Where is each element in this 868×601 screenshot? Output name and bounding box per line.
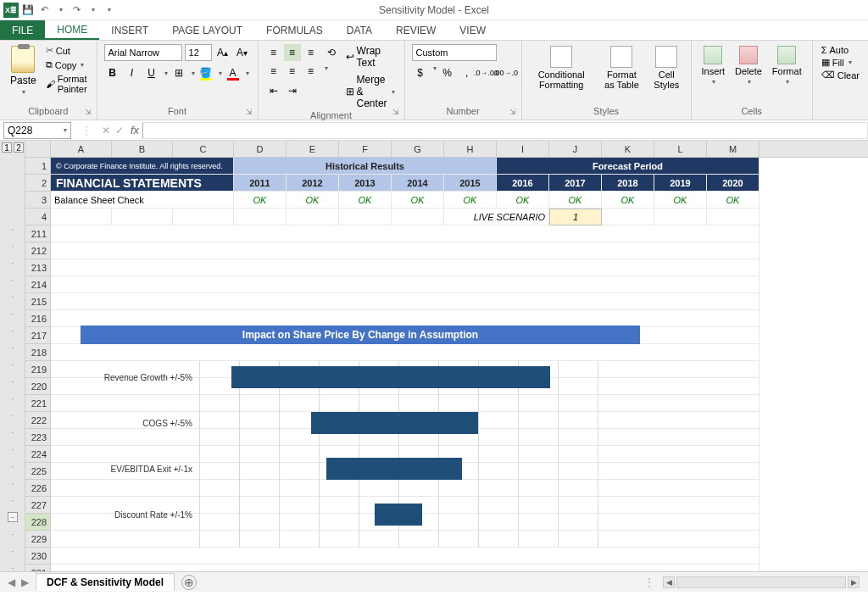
autosum-button[interactable]: Σ Auto [820, 44, 861, 56]
increase-decimal-button[interactable]: .0→.00 [478, 64, 495, 81]
align-top-button[interactable]: ≡ [265, 44, 282, 61]
col-header-K[interactable]: K [602, 141, 654, 157]
cell-fin-stmt-title[interactable]: FINANCIAL STATEMENTS [51, 175, 234, 192]
cell-ok-6[interactable]: OK [549, 192, 602, 209]
cell-scenario-label[interactable]: LIVE SCENARIO [444, 209, 549, 225]
font-name-select[interactable] [104, 44, 182, 61]
cell-ok-5[interactable]: OK [497, 192, 549, 209]
tab-formulas[interactable]: FORMULAS [254, 20, 335, 40]
formula-input[interactable] [142, 122, 868, 139]
row-header-229[interactable]: 229 [25, 531, 51, 548]
cell-year-2019[interactable]: 2019 [654, 175, 707, 192]
undo-dropdown[interactable]: ▾ [53, 3, 67, 17]
fill-button[interactable]: ▦ Fill▾ [820, 56, 861, 69]
format-cells-button[interactable]: Format▾ [769, 44, 805, 106]
insert-cells-button[interactable]: Insert▾ [698, 44, 729, 106]
cell-fcst-label[interactable]: Forecast Period [497, 158, 760, 175]
cell-ok-9[interactable]: OK [707, 192, 760, 209]
row-header-218[interactable]: 218 [25, 344, 51, 361]
decrease-indent-button[interactable]: ⇤ [265, 82, 282, 99]
fill-color-button[interactable]: 🪣 [198, 64, 214, 81]
cell-year-2018[interactable]: 2018 [602, 175, 654, 192]
number-dialog-launcher[interactable]: ⇲ [509, 108, 518, 116]
font-dialog-launcher[interactable]: ⇲ [246, 108, 254, 116]
col-header-E[interactable]: E [287, 141, 339, 157]
tab-review[interactable]: REVIEW [384, 20, 448, 40]
qat-customize[interactable]: ▾ [102, 3, 115, 17]
row-header-212[interactable]: 212 [25, 242, 51, 259]
row-header-228[interactable]: 228 [25, 514, 51, 531]
align-center-button[interactable]: ≡ [284, 63, 301, 80]
cell-year-2017[interactable]: 2017 [549, 175, 602, 192]
row-header-214[interactable]: 214 [25, 276, 51, 293]
font-size-select[interactable] [185, 44, 212, 61]
cancel-formula-button[interactable]: ✕ [102, 125, 110, 136]
increase-indent-button[interactable]: ⇥ [284, 82, 301, 99]
row-header-231[interactable]: 231 [25, 565, 51, 571]
borders-button[interactable]: ⊞ [170, 64, 187, 81]
col-header-I[interactable]: I [497, 141, 549, 157]
tab-view[interactable]: VIEW [448, 20, 498, 40]
col-header-F[interactable]: F [339, 141, 392, 157]
cell-ok-7[interactable]: OK [602, 192, 654, 209]
col-header-C[interactable]: C [173, 141, 234, 157]
row-header-220[interactable]: 220 [25, 378, 51, 395]
row-header-219[interactable]: 219 [25, 361, 51, 378]
row-header-223[interactable]: 223 [25, 429, 51, 446]
copy-button[interactable]: ⧉Copy▾ [43, 58, 90, 71]
alignment-dialog-launcher[interactable]: ⇲ [392, 108, 401, 116]
col-header-G[interactable]: G [392, 141, 444, 157]
cell-year-2016[interactable]: 2016 [497, 175, 549, 192]
format-painter-button[interactable]: 🖌Format Painter [43, 73, 90, 95]
conditional-formatting-button[interactable]: Conditional Formatting [529, 44, 594, 106]
row-header-213[interactable]: 213 [25, 259, 51, 276]
enter-formula-button[interactable]: ✓ [115, 125, 124, 136]
row-header-211[interactable]: 211 [25, 225, 51, 242]
align-left-button[interactable]: ≡ [265, 63, 282, 80]
cell-year-2014[interactable]: 2014 [392, 175, 444, 192]
cell-ok-4[interactable]: OK [444, 192, 497, 209]
align-right-button[interactable]: ≡ [303, 63, 320, 80]
decrease-font-button[interactable]: A▾ [234, 44, 251, 61]
redo-dropdown[interactable]: ▾ [86, 3, 99, 17]
cell-ok-2[interactable]: OK [339, 192, 392, 209]
align-bottom-button[interactable]: ≡ [303, 44, 320, 61]
row-header-4[interactable]: 4 [25, 209, 51, 225]
outline-level-2[interactable]: 2 [14, 142, 24, 153]
cell-copyright[interactable]: © Corporate Finance Institute. All right… [51, 158, 234, 175]
redo-button[interactable]: ↷ [70, 3, 83, 17]
orientation-button[interactable]: ⟲ [323, 44, 340, 61]
decrease-decimal-button[interactable]: .00→.0 [498, 64, 515, 81]
col-header-L[interactable]: L [654, 141, 707, 157]
row-header-3[interactable]: 3 [25, 192, 51, 209]
col-header-D[interactable]: D [234, 141, 287, 157]
row-header-230[interactable]: 230 [25, 548, 51, 565]
hscroll-track[interactable] [676, 576, 846, 588]
col-header-B[interactable]: B [112, 141, 173, 157]
row-header-224[interactable]: 224 [25, 446, 51, 463]
select-all-corner[interactable] [25, 141, 51, 157]
hscroll-right[interactable]: ▶ [848, 576, 860, 588]
cell-ok-0[interactable]: OK [234, 192, 287, 209]
row-header-221[interactable]: 221 [25, 395, 51, 412]
font-color-button[interactable]: A [225, 64, 242, 81]
cell-year-2015[interactable]: 2015 [444, 175, 497, 192]
clear-button[interactable]: ⌫ Clear [820, 69, 861, 81]
cell-bscheck-label[interactable]: Balance Sheet Check [51, 192, 234, 209]
align-middle-button[interactable]: ≡ [284, 44, 301, 61]
col-header-H[interactable]: H [444, 141, 497, 157]
wrap-text-button[interactable]: ↩Wrap Text [343, 44, 398, 70]
cut-button[interactable]: ✂Cut [43, 44, 90, 57]
tab-home[interactable]: HOME [45, 20, 99, 40]
cell-year-2011[interactable]: 2011 [234, 175, 287, 192]
cell-hist-label[interactable]: Historical Results [234, 158, 497, 175]
tab-page-layout[interactable]: PAGE LAYOUT [160, 20, 254, 40]
merge-center-button[interactable]: ⊞Merge & Center▾ [343, 73, 398, 110]
underline-button[interactable]: U [143, 64, 160, 81]
row-header-217[interactable]: 217 [25, 327, 51, 344]
row-header-216[interactable]: 216 [25, 310, 51, 327]
col-header-A[interactable]: A [51, 141, 112, 157]
cell-scenario-val[interactable]: 1 [549, 209, 602, 225]
cell-year-2020[interactable]: 2020 [707, 175, 760, 192]
paste-button[interactable]: Paste▾ [7, 44, 40, 106]
